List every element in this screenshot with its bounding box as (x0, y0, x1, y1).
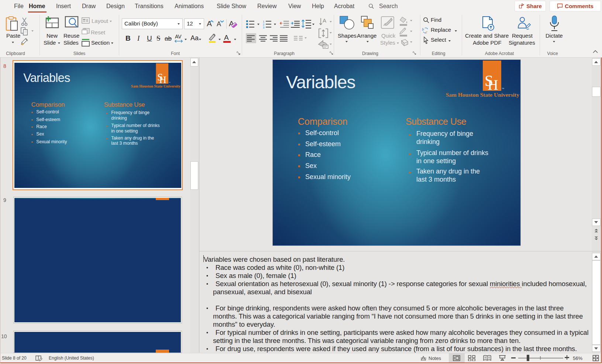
svg-text:A: A (323, 17, 326, 24)
svg-text:3: 3 (263, 26, 265, 28)
svg-text:c: c (426, 30, 427, 34)
svg-text:b: b (422, 27, 424, 31)
